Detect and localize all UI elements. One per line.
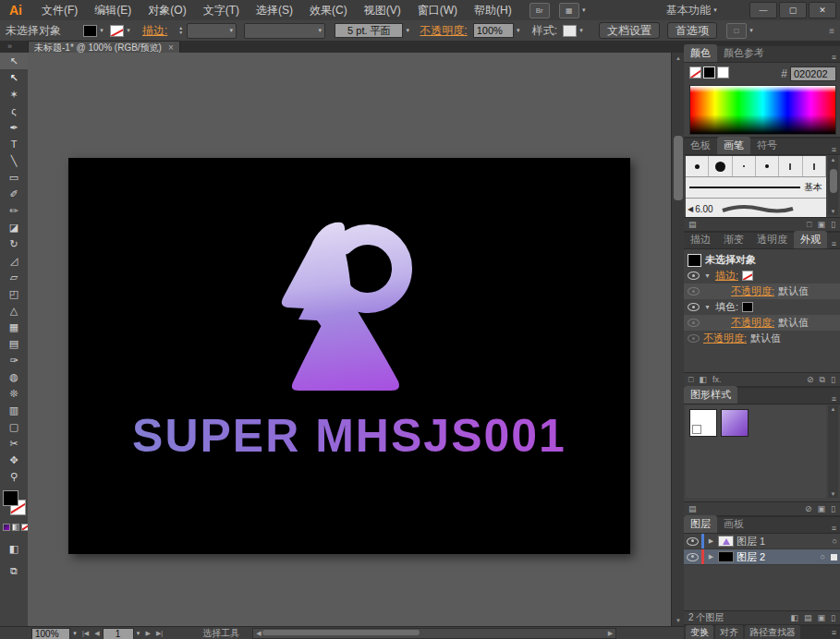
brush-item[interactable] xyxy=(756,156,779,176)
lasso-tool[interactable]: ς xyxy=(0,102,28,119)
appearance-stroke-row[interactable]: ▼ 描边: xyxy=(684,268,840,283)
styles-scrollbar[interactable]: ▲ ▼ xyxy=(828,405,838,498)
panel-menu-icon[interactable]: ≡ xyxy=(832,524,836,533)
fill-color-swatch[interactable] xyxy=(83,25,97,37)
stroke-color-swatch[interactable] xyxy=(110,25,124,37)
expand-icon[interactable]: ▶ xyxy=(707,537,715,545)
selection-tool[interactable]: ↖ xyxy=(0,53,28,69)
delete-layer-icon[interactable]: ▯ xyxy=(831,613,835,622)
chevron-down-icon[interactable]: ▾ xyxy=(747,25,756,37)
document-setup-button[interactable]: 文档设置 xyxy=(599,22,660,39)
layer-thumbnail[interactable] xyxy=(718,551,734,562)
zoom-tool[interactable]: ⚲ xyxy=(0,468,28,485)
brushes-scrollbar[interactable]: ▲ ▼ xyxy=(828,156,838,215)
screen-mode-button[interactable]: ⧉ xyxy=(0,562,28,579)
opacity-link[interactable]: 不透明度: xyxy=(703,332,747,345)
logo-text[interactable]: SUPER MHSJS001 xyxy=(68,409,630,463)
minimize-button[interactable]: — xyxy=(749,2,777,18)
visibility-eye-icon[interactable] xyxy=(688,319,700,327)
menu-view[interactable]: 视图(V) xyxy=(356,0,409,20)
menu-type[interactable]: 文字(T) xyxy=(195,0,248,20)
layer-visibility-icon[interactable] xyxy=(687,553,699,561)
hand-tool[interactable]: ✥ xyxy=(0,452,28,468)
stroke-link[interactable]: 描边: xyxy=(715,269,738,283)
style-dropdown-icon[interactable]: ▾ xyxy=(577,25,586,37)
new-layer-icon[interactable]: ▣ xyxy=(818,613,826,622)
layer-target-icon[interactable]: ○ xyxy=(833,537,837,546)
tab-artboards[interactable]: 画板 xyxy=(717,515,750,533)
fill-opacity-row[interactable]: 不透明度: 默认值 xyxy=(684,315,840,331)
layer-row-2[interactable]: ▶ 图层 2 ○ xyxy=(684,549,840,565)
vertical-scrollbar[interactable]: ▲ ▼ xyxy=(671,53,685,626)
first-artboard-icon[interactable]: |◀ xyxy=(79,630,91,637)
purple-gradient-style[interactable] xyxy=(721,409,749,437)
delete-brush-icon[interactable]: ▯ xyxy=(831,220,835,229)
workspace-switcher[interactable]: 基本功能 ▾ xyxy=(666,0,720,20)
panel-menu-icon[interactable]: ≡ xyxy=(832,239,836,248)
opacity-field[interactable]: 100% xyxy=(473,23,514,38)
appearance-selection-row[interactable]: 未选择对象 xyxy=(684,252,840,268)
stroke-panel-link[interactable]: 描边: xyxy=(142,23,167,39)
panel-menu-icon[interactable]: ≡ xyxy=(832,145,836,154)
collapse-controlbar-icon[interactable]: ≡ xyxy=(829,26,834,36)
layer-thumbnail[interactable] xyxy=(718,536,734,547)
close-button[interactable]: ✕ xyxy=(809,2,836,18)
tab-color[interactable]: 颜色 xyxy=(684,44,717,62)
menu-effect[interactable]: 效果(C) xyxy=(301,0,356,20)
zoom-dropdown-icon[interactable]: ▾ xyxy=(70,628,79,639)
opacity-link[interactable]: 不透明度: xyxy=(731,316,774,330)
menu-file[interactable]: 文件(F) xyxy=(33,0,86,20)
style-swatch[interactable] xyxy=(563,25,577,37)
tab-graphic-styles[interactable]: 图形样式 xyxy=(684,386,737,404)
panel-menu-icon[interactable]: ≡ xyxy=(832,53,836,62)
toolbar-collapse-icon[interactable]: » xyxy=(7,42,12,51)
direct-selection-tool[interactable]: ↖ xyxy=(0,69,28,86)
make-clipping-mask-icon[interactable]: ◧ xyxy=(791,613,799,622)
width-profile-combo[interactable]: ▾ xyxy=(244,23,325,39)
tab-brushes[interactable]: 画笔 xyxy=(717,137,750,154)
slice-tool[interactable]: ✂ xyxy=(0,435,28,452)
tab-swatches[interactable]: 色板 xyxy=(684,137,717,154)
vertical-scroll-thumb[interactable] xyxy=(674,136,683,200)
delete-style-icon[interactable]: ▯ xyxy=(831,504,835,513)
black-swatch[interactable] xyxy=(703,66,715,78)
layer-visibility-icon[interactable] xyxy=(687,537,699,546)
symbol-sprayer-tool[interactable]: ❊ xyxy=(0,385,28,402)
opacity-panel-link[interactable]: 不透明度: xyxy=(420,23,467,39)
visibility-eye-icon[interactable] xyxy=(688,271,700,280)
mesh-tool[interactable]: ▦ xyxy=(0,319,28,335)
preferences-button[interactable]: 首选项 xyxy=(667,22,717,39)
zoom-level-field[interactable]: 100% xyxy=(31,628,70,639)
menu-select[interactable]: 选择(S) xyxy=(248,0,301,20)
tab-appearance[interactable]: 外观 xyxy=(794,231,827,248)
tab-pathfinder[interactable]: 路径查找器 xyxy=(745,625,800,639)
white-swatch[interactable] xyxy=(717,66,729,78)
tab-gradient[interactable]: 渐变 xyxy=(717,231,750,248)
menu-help[interactable]: 帮助(H) xyxy=(466,0,520,20)
tab-color-guide[interactable]: 颜色参考 xyxy=(717,44,771,62)
scroll-up-icon[interactable]: ▲ xyxy=(828,405,838,413)
fill-dropdown-icon[interactable]: ▾ xyxy=(97,25,106,37)
brush-dropdown-icon[interactable]: ▾ xyxy=(403,25,412,37)
horizontal-scrollbar[interactable]: ◀ ▶ xyxy=(252,628,616,639)
stroke-dropdown-icon[interactable]: ▾ xyxy=(124,25,133,37)
eyedropper-tool[interactable]: ✑ xyxy=(0,352,28,368)
brush-definition-field[interactable]: 5 pt. 平面 xyxy=(335,23,403,38)
goat-logo[interactable] xyxy=(271,211,428,396)
gradient-tool[interactable]: ▤ xyxy=(0,335,28,352)
add-new-fill-icon[interactable]: ◧ xyxy=(699,375,707,384)
brush-item[interactable] xyxy=(803,156,826,176)
alignment-options-icon[interactable]: □ xyxy=(726,23,747,39)
column-graph-tool[interactable]: ▥ xyxy=(0,402,28,418)
stroke-weight-stepper[interactable]: ▲▼ xyxy=(177,26,185,35)
drawing-mode-button[interactable]: ◧ xyxy=(0,540,28,557)
clear-appearance-icon[interactable]: ⊘ xyxy=(807,375,814,385)
artboard-tool[interactable]: ▢ xyxy=(0,418,28,435)
brush-item[interactable] xyxy=(686,156,709,176)
paintbrush-tool[interactable]: ✐ xyxy=(0,186,28,202)
close-tab-icon[interactable]: × xyxy=(168,42,174,53)
shape-builder-tool[interactable]: ◰ xyxy=(0,285,28,302)
tab-align[interactable]: 对齐 xyxy=(715,625,743,639)
document-tab[interactable]: 未标题-1* @ 100% (RGB/预览) × xyxy=(28,41,180,54)
pencil-tool[interactable]: ✏ xyxy=(0,202,28,219)
